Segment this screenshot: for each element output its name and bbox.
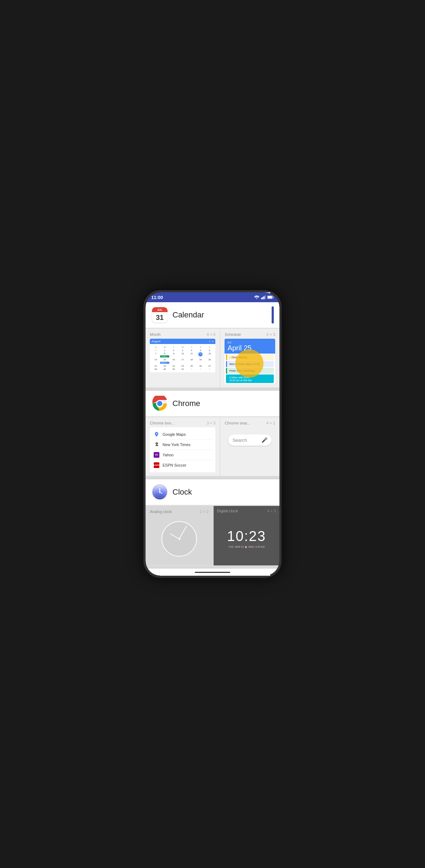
maps-favicon	[153, 431, 160, 438]
bookmark-google-maps[interactable]: Google Maps	[152, 429, 213, 440]
calendar-schedule-label: Schedule 2 × 3	[225, 332, 275, 337]
divider-1	[146, 388, 279, 391]
bookmark-nyt[interactable]: 𝕿 New York Times	[152, 440, 213, 450]
phone-screen[interactable]: 11:00	[146, 292, 279, 576]
digital-date-info: TUE, MAR 22 ⏰ WED, 6:30 AM	[228, 546, 265, 548]
clock-center	[178, 538, 180, 540]
wifi-icon	[254, 295, 260, 299]
calendar-schedule-widget-cell[interactable]: Schedule 2 × 3 Fri April 25 ↓ Gina visit…	[220, 329, 279, 387]
chrome-app-name: Chrome	[172, 399, 200, 408]
status-time: 11:00	[151, 295, 163, 300]
svg-point-10	[157, 401, 163, 406]
svg-rect-0	[261, 298, 262, 299]
home-bar	[195, 572, 230, 573]
svg-rect-5	[273, 297, 273, 298]
battery-icon	[267, 295, 274, 299]
calendar-month-widget-cell[interactable]: Month 4 × 5 August < > S M	[146, 329, 220, 387]
chrome-app-header[interactable]: Chrome	[146, 391, 279, 417]
bookmark-google-maps-name: Google Maps	[163, 432, 186, 436]
mic-icon: 🎤	[261, 437, 267, 443]
signal-icon	[261, 295, 266, 299]
clock-app-header[interactable]: Clock	[146, 479, 279, 505]
yahoo-icon: Y!	[154, 452, 159, 458]
chrome-bookmarks-widget-cell[interactable]: Chrome boo... 3 × 3 Google Maps	[146, 417, 220, 476]
bookmark-yahoo-name: Yahoo	[163, 453, 174, 457]
espn-favicon: ESPN	[153, 462, 160, 468]
chrome-search-widget-cell[interactable]: Chrome sear... 4 × 1 Search 🎤	[220, 417, 279, 476]
home-indicator[interactable]	[146, 569, 279, 576]
clock-analog-label: Analog clock 2 × 2	[150, 509, 209, 514]
chrome-app-icon[interactable]	[151, 395, 168, 412]
yahoo-favicon: Y!	[153, 452, 160, 458]
calendar-month-preview: August < > S M T W T F	[150, 339, 215, 372]
calendar-app-name: Calendar	[172, 310, 204, 320]
calendar-app-icon[interactable]: JUL 31	[151, 306, 168, 323]
gold-circle-decoration	[235, 349, 264, 378]
clock-digital-label: Digital clock 4 × 3	[217, 509, 276, 513]
nyt-favicon: 𝕿	[153, 441, 160, 448]
bookmark-espn-name: ESPN Soccer	[163, 463, 186, 467]
chrome-search-preview: Search 🎤	[225, 427, 275, 453]
chrome-search-bar[interactable]: Search 🎤	[228, 434, 272, 446]
svg-rect-7	[268, 296, 272, 299]
chrome-search-placeholder: Search	[232, 438, 259, 443]
calendar-month-label: Month 4 × 5	[150, 332, 215, 337]
svg-rect-2	[264, 296, 265, 299]
digital-time-display: 10:23	[227, 528, 266, 544]
clock-widget-row: Analog clock 2 × 2 Digital clock 4 × 3	[146, 505, 279, 566]
bookmark-yahoo[interactable]: Y! Yahoo	[152, 450, 213, 460]
clock-app-icon[interactable]	[151, 484, 168, 501]
svg-rect-3	[265, 295, 266, 299]
minute-hand	[179, 526, 187, 539]
clock-analog-widget-cell[interactable]: Analog clock 2 × 2	[146, 506, 213, 565]
divider-2	[146, 477, 279, 479]
phone-frame: 11:00	[143, 290, 282, 578]
calendar-blue-bar	[272, 306, 274, 323]
chrome-search-label: Chrome sear... 4 × 1	[225, 421, 275, 425]
calendar-app-header[interactable]: JUL 31 Calendar	[146, 302, 279, 328]
chrome-widget-row: Chrome boo... 3 × 3 Google Maps	[146, 417, 279, 477]
maps-icon	[154, 432, 159, 437]
nyt-icon: 𝕿	[155, 442, 158, 447]
clock-digital-widget-cell[interactable]: Digital clock 4 × 3 10:23 TUE, MAR 22 ⏰ …	[214, 506, 279, 565]
clock-face-icon	[153, 486, 166, 498]
hour-hand	[170, 533, 180, 539]
bookmark-nyt-name: New York Times	[163, 443, 191, 447]
chrome-icon-svg	[152, 396, 168, 411]
status-icons	[254, 295, 274, 299]
clock-icon	[152, 484, 168, 500]
status-bar: 11:00	[146, 292, 279, 302]
bookmark-espn[interactable]: ESPN ESPN Soccer	[152, 460, 213, 470]
clock-app-name: Clock	[172, 487, 192, 497]
svg-rect-1	[262, 297, 264, 299]
svg-point-14	[159, 491, 160, 493]
chrome-bookmarks-list: Google Maps 𝕿 New York Times Y! Yahoo	[150, 427, 215, 472]
chrome-bookmarks-label: Chrome boo... 3 × 3	[150, 421, 215, 425]
calendar-widget-row: Month 4 × 5 August < > S M	[146, 328, 279, 388]
calendar-schedule-preview: Fri April 25 ↓ Gina visiting Alex in tow…	[225, 339, 275, 384]
espn-icon: ESPN	[154, 462, 159, 468]
clock-face	[162, 521, 197, 557]
analog-clock	[150, 516, 209, 562]
digital-clock: 10:23 TUE, MAR 22 ⏰ WED, 6:30 AM	[217, 515, 276, 561]
